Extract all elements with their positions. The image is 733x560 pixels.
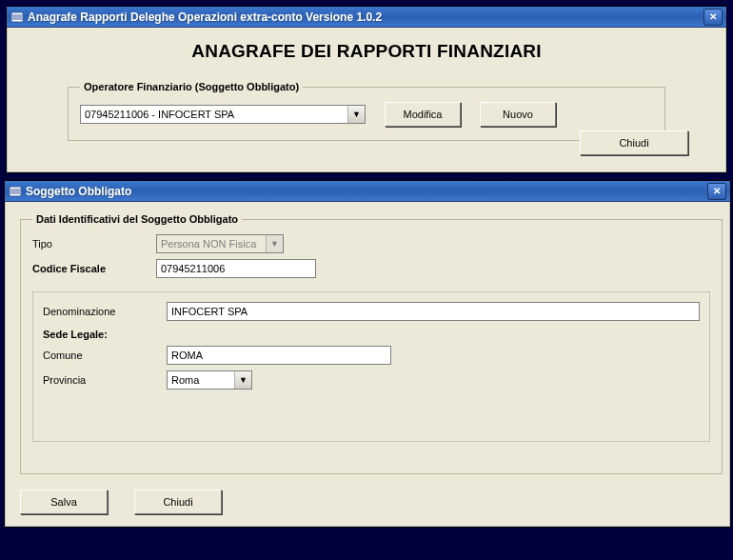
address-box: Denominazione INFOCERT SPA Sede Legale: … bbox=[32, 291, 710, 442]
comune-input[interactable]: ROMA bbox=[167, 346, 391, 365]
denominazione-input[interactable]: INFOCERT SPA bbox=[167, 302, 700, 321]
main-window: Anagrafe Rapporti Deleghe Operazioni ext… bbox=[6, 6, 727, 173]
page-title: ANAGRAFE DEI RAPPORTI FINANZIARI bbox=[9, 41, 724, 62]
chevron-down-icon: ▼ bbox=[239, 376, 248, 385]
cf-input[interactable]: 07945211006 bbox=[156, 259, 316, 278]
tipo-row: Tipo Persona NON Fisica ▼ bbox=[32, 234, 710, 253]
operator-combo-dropdown[interactable]: ▼ bbox=[347, 106, 365, 123]
operator-combo-value: 07945211006 - INFOCERT SPA bbox=[81, 106, 347, 123]
main-title: Anagrafe Rapporti Deleghe Operazioni ext… bbox=[28, 10, 703, 24]
main-titlebar: Anagrafe Rapporti Deleghe Operazioni ext… bbox=[7, 7, 726, 28]
comune-row: Comune ROMA bbox=[43, 346, 700, 365]
operator-group-legend: Operatore Finanziario (Soggetto Obbligat… bbox=[80, 81, 303, 92]
main-chiudi-button[interactable]: Chiudi bbox=[580, 130, 688, 155]
cf-input-value: 07945211006 bbox=[161, 263, 225, 274]
salva-button-label: Salva bbox=[50, 496, 77, 508]
dati-group: Dati Identificativi del Soggetto Obbliga… bbox=[20, 213, 723, 474]
denominazione-label: Denominazione bbox=[43, 306, 167, 317]
provincia-label: Provincia bbox=[43, 374, 167, 386]
operator-section: Operatore Finanziario (Soggetto Obbligat… bbox=[68, 81, 665, 141]
main-client: ANAGRAFE DEI RAPPORTI FINANZIARI Operato… bbox=[9, 28, 724, 170]
dati-group-legend: Dati Identificativi del Soggetto Obbliga… bbox=[32, 213, 242, 225]
provincia-combo[interactable]: Roma ▼ bbox=[167, 370, 252, 390]
nuovo-button[interactable]: Nuovo bbox=[480, 102, 556, 127]
soggetto-title: Soggetto Obbligato bbox=[26, 185, 707, 198]
comune-label: Comune bbox=[43, 350, 167, 361]
soggetto-window: Soggetto Obbligato ✕ Dati Identificativi… bbox=[4, 180, 731, 528]
close-icon: ✕ bbox=[709, 12, 717, 22]
sede-legale-label: Sede Legale: bbox=[43, 329, 700, 340]
chevron-down-icon: ▼ bbox=[352, 110, 361, 119]
tipo-combo-dropdown: ▼ bbox=[266, 235, 283, 252]
soggetto-close-button[interactable]: ✕ bbox=[707, 183, 726, 200]
chiudi-wrap: Chiudi bbox=[580, 130, 688, 155]
denominazione-row: Denominazione INFOCERT SPA bbox=[43, 302, 700, 321]
dialog-icon bbox=[9, 185, 22, 198]
tipo-combo: Persona NON Fisica ▼ bbox=[156, 234, 284, 253]
salva-button[interactable]: Salva bbox=[20, 490, 108, 514]
provincia-combo-dropdown[interactable]: ▼ bbox=[234, 371, 251, 389]
soggetto-chiudi-button-label: Chiudi bbox=[163, 496, 192, 508]
cf-row: Codice Fiscale 07945211006 bbox=[32, 259, 710, 278]
soggetto-inner: Dati Identificativi del Soggetto Obbliga… bbox=[20, 213, 715, 474]
main-close-button[interactable]: ✕ bbox=[703, 9, 723, 26]
cf-label: Codice Fiscale bbox=[32, 263, 156, 274]
denominazione-input-value: INFOCERT SPA bbox=[171, 306, 248, 317]
soggetto-chiudi-button[interactable]: Chiudi bbox=[134, 490, 222, 514]
close-icon: ✕ bbox=[713, 187, 721, 196]
tipo-combo-value: Persona NON Fisica bbox=[157, 235, 266, 252]
soggetto-bottom-buttons: Salva Chiudi bbox=[20, 490, 715, 514]
operator-group: Operatore Finanziario (Soggetto Obbligat… bbox=[68, 81, 665, 141]
nuovo-button-label: Nuovo bbox=[503, 109, 533, 120]
operator-combo[interactable]: 07945211006 - INFOCERT SPA ▼ bbox=[80, 105, 366, 124]
provincia-row: Provincia Roma ▼ bbox=[43, 370, 700, 390]
tipo-label: Tipo bbox=[32, 238, 156, 250]
modifica-button-label: Modifica bbox=[404, 109, 443, 120]
provincia-combo-value: Roma bbox=[168, 371, 234, 389]
soggetto-titlebar: Soggetto Obbligato ✕ bbox=[5, 181, 730, 202]
modifica-button[interactable]: Modifica bbox=[385, 102, 461, 127]
main-chiudi-button-label: Chiudi bbox=[619, 137, 648, 149]
soggetto-client: Dati Identificativi del Soggetto Obbliga… bbox=[7, 202, 728, 525]
comune-input-value: ROMA bbox=[171, 350, 203, 361]
app-icon bbox=[10, 10, 24, 24]
operator-row: 07945211006 - INFOCERT SPA ▼ Modifica Nu… bbox=[80, 102, 653, 127]
chevron-down-icon: ▼ bbox=[270, 240, 279, 249]
